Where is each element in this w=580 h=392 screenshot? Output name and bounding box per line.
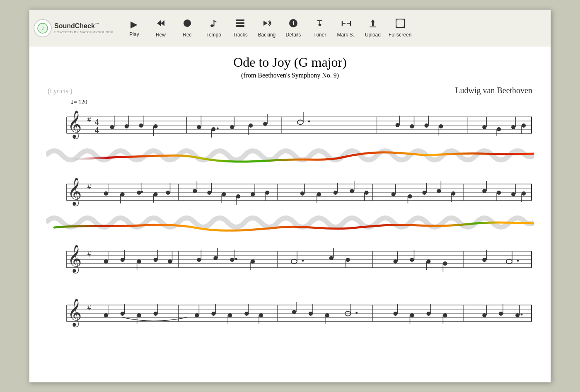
svg-point-172 bbox=[251, 259, 255, 264]
tracks-icon bbox=[236, 19, 245, 30]
svg-point-53 bbox=[230, 125, 234, 129]
play-label: Play bbox=[129, 31, 139, 37]
logo-area[interactable]: ♪ SoundCheck™ POWERED BY MATCHMYSOUND® bbox=[34, 19, 114, 37]
svg-text:#: # bbox=[87, 183, 91, 191]
toolbar: ♪ SoundCheck™ POWERED BY MATCHMYSOUND® ▶… bbox=[29, 10, 551, 46]
svg-point-159 bbox=[137, 259, 141, 264]
backing-button[interactable]: Backing bbox=[254, 13, 280, 43]
svg-point-52 bbox=[217, 127, 219, 129]
svg-point-44 bbox=[139, 123, 143, 128]
svg-point-213 bbox=[154, 312, 158, 316]
svg-point-236 bbox=[410, 313, 414, 317]
details-icon: i bbox=[289, 19, 298, 30]
svg-point-108 bbox=[236, 194, 240, 198]
svg-point-76 bbox=[522, 123, 526, 128]
waveform-2 bbox=[46, 209, 534, 236]
svg-marker-3 bbox=[161, 20, 164, 26]
svg-point-179 bbox=[346, 258, 350, 262]
staff-svg-3: 𝄞 # bbox=[46, 241, 534, 278]
svg-point-100 bbox=[166, 191, 170, 195]
play-button[interactable]: ▶ Play bbox=[121, 13, 147, 43]
svg-point-61 bbox=[308, 121, 310, 123]
svg-text:#: # bbox=[87, 304, 91, 312]
tracks-button[interactable]: Tracks bbox=[227, 13, 254, 43]
rec-icon bbox=[183, 19, 192, 30]
svg-point-116 bbox=[317, 192, 321, 196]
tempo-icon bbox=[209, 19, 218, 30]
svg-point-4 bbox=[184, 19, 191, 27]
rew-label: Rew bbox=[156, 32, 166, 38]
svg-point-229 bbox=[325, 313, 329, 317]
rew-icon bbox=[156, 19, 165, 30]
svg-point-189 bbox=[482, 258, 486, 262]
upload-button[interactable]: Upload bbox=[360, 13, 386, 43]
svg-point-193 bbox=[517, 259, 519, 261]
svg-point-72 bbox=[497, 127, 501, 131]
svg-point-122 bbox=[365, 191, 369, 195]
svg-text:𝄞: 𝄞 bbox=[68, 244, 82, 273]
svg-point-5 bbox=[210, 24, 214, 27]
svg-point-50 bbox=[211, 127, 215, 131]
details-label: Details bbox=[286, 32, 301, 38]
svg-point-187 bbox=[443, 261, 447, 266]
tuner-button[interactable]: Tuner bbox=[307, 13, 333, 43]
svg-point-140 bbox=[522, 191, 526, 196]
tempo-button[interactable]: Tempo bbox=[201, 13, 227, 43]
waveform-1 bbox=[46, 142, 534, 169]
fullscreen-button[interactable]: Fullscreen bbox=[386, 13, 414, 43]
svg-point-244 bbox=[499, 312, 503, 316]
play-icon: ▶ bbox=[130, 19, 138, 30]
rec-button[interactable]: Rec bbox=[174, 13, 201, 43]
score-subtitle: (from Beethoven's Symphony No. 9) bbox=[46, 72, 534, 79]
staff-system-4: 𝄞 # bbox=[46, 295, 534, 332]
svg-point-124 bbox=[392, 192, 396, 196]
staff-svg-4: 𝄞 # bbox=[46, 295, 534, 332]
svg-point-98 bbox=[154, 192, 158, 196]
svg-point-95 bbox=[137, 191, 141, 195]
svg-point-211 bbox=[137, 313, 141, 317]
mark-start-icon bbox=[341, 19, 352, 30]
svg-point-134 bbox=[482, 189, 486, 193]
staff-system-1: 𝄞 # 4 4 bbox=[46, 106, 534, 169]
svg-point-238 bbox=[426, 312, 430, 316]
svg-point-183 bbox=[410, 258, 414, 262]
staff-svg-2: 𝄞 # bbox=[46, 174, 534, 211]
svg-point-225 bbox=[292, 310, 296, 314]
svg-point-93 bbox=[121, 192, 125, 196]
svg-point-240 bbox=[443, 313, 447, 317]
svg-point-91 bbox=[104, 191, 108, 196]
svg-point-70 bbox=[482, 125, 486, 129]
logo-subtitle: POWERED BY MATCHMYSOUND® bbox=[54, 30, 114, 34]
svg-rect-15 bbox=[319, 21, 320, 25]
backing-icon bbox=[262, 19, 271, 30]
svg-point-106 bbox=[222, 192, 226, 196]
svg-point-138 bbox=[511, 192, 515, 196]
svg-point-62 bbox=[396, 123, 400, 127]
svg-point-247 bbox=[521, 313, 523, 315]
svg-text:4: 4 bbox=[95, 126, 99, 135]
details-button[interactable]: i Details bbox=[280, 13, 307, 43]
fullscreen-icon bbox=[396, 19, 405, 30]
svg-point-66 bbox=[424, 123, 428, 128]
tuner-label: Tuner bbox=[314, 32, 326, 38]
backing-label: Backing bbox=[258, 32, 276, 38]
svg-point-219 bbox=[228, 313, 232, 317]
svg-point-215 bbox=[195, 313, 199, 317]
svg-point-227 bbox=[309, 312, 313, 316]
svg-rect-24 bbox=[396, 19, 404, 27]
svg-point-169 bbox=[230, 258, 234, 262]
svg-point-207 bbox=[104, 313, 108, 317]
mark-start-button[interactable]: Mark S.. bbox=[333, 13, 360, 43]
svg-point-163 bbox=[168, 259, 172, 264]
svg-point-40 bbox=[110, 125, 114, 129]
rec-label: Rec bbox=[183, 32, 191, 38]
tempo-marking: ♩= 120 bbox=[46, 99, 534, 106]
svg-point-209 bbox=[121, 312, 125, 316]
svg-text:i: i bbox=[292, 20, 294, 27]
svg-text:♪: ♪ bbox=[41, 24, 44, 31]
rew-button[interactable]: Rew bbox=[147, 13, 174, 43]
upload-icon bbox=[368, 19, 377, 30]
svg-point-157 bbox=[121, 258, 125, 262]
svg-point-174 bbox=[291, 259, 297, 264]
composer-text: Ludwig van Beethoven bbox=[455, 86, 532, 95]
